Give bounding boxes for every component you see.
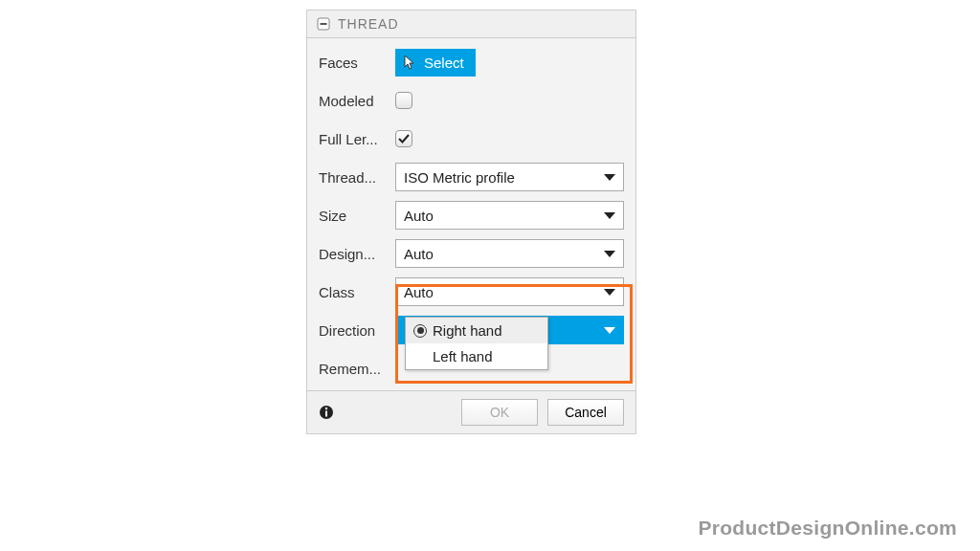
option-label: Left hand — [433, 348, 493, 364]
ok-button[interactable]: OK — [461, 399, 538, 426]
chevron-down-icon — [604, 174, 615, 181]
modeled-checkbox[interactable] — [395, 92, 412, 109]
faces-select-button[interactable]: Select — [395, 49, 476, 77]
panel-footer: OK Cancel — [307, 390, 635, 433]
class-value: Auto — [404, 284, 434, 300]
svg-point-4 — [325, 408, 327, 409]
radio-unselected-icon — [413, 350, 427, 364]
label-direction: Direction — [319, 322, 395, 339]
row-modeled: Modeled — [319, 86, 624, 115]
chevron-down-icon — [604, 289, 615, 296]
label-modeled: Modeled — [319, 93, 395, 109]
faces-select-label: Select — [424, 55, 464, 71]
chevron-down-icon — [604, 251, 615, 257]
thread-panel: THREAD Faces Select Modeled Full Ler... — [306, 10, 636, 434]
thread-type-dropdown[interactable]: ISO Metric profile — [395, 163, 624, 191]
size-value: Auto — [404, 208, 434, 224]
row-faces: Faces Select — [319, 48, 624, 77]
panel-header[interactable]: THREAD — [307, 11, 635, 38]
panel-title: THREAD — [338, 16, 399, 32]
row-thread-type: Thread... ISO Metric profile — [319, 163, 624, 191]
label-faces: Faces — [319, 55, 395, 71]
designation-dropdown[interactable]: Auto — [395, 239, 624, 268]
chevron-down-icon — [604, 327, 615, 334]
size-dropdown[interactable]: Auto — [395, 201, 624, 230]
watermark: ProductDesignOnline.com — [698, 517, 957, 540]
row-designation: Design... Auto — [319, 239, 624, 268]
direction-option-right-hand[interactable]: Right hand — [406, 318, 547, 343]
label-full-length: Full Ler... — [319, 131, 395, 147]
cancel-button[interactable]: Cancel — [547, 399, 624, 426]
designation-value: Auto — [404, 246, 434, 262]
chevron-down-icon — [604, 212, 615, 219]
direction-options-popup: Right hand Left hand — [405, 317, 548, 370]
option-label: Right hand — [433, 322, 502, 339]
label-remember: Remem... — [319, 361, 395, 377]
label-size: Size — [319, 208, 395, 224]
row-class: Class Auto — [319, 277, 624, 306]
direction-option-left-hand[interactable]: Left hand — [406, 343, 547, 369]
class-dropdown[interactable]: Auto — [395, 277, 624, 306]
collapse-icon — [317, 17, 330, 31]
label-class: Class — [319, 284, 395, 300]
row-full-length: Full Ler... — [319, 124, 624, 153]
svg-rect-1 — [321, 23, 327, 25]
radio-selected-icon — [413, 324, 427, 338]
info-icon[interactable] — [319, 405, 334, 420]
label-thread-type: Thread... — [319, 169, 395, 186]
cursor-icon — [403, 55, 418, 70]
thread-type-value: ISO Metric profile — [404, 169, 515, 186]
full-length-checkbox[interactable] — [395, 130, 412, 147]
label-designation: Design... — [319, 246, 395, 262]
row-size: Size Auto — [319, 201, 624, 230]
svg-rect-3 — [325, 411, 327, 417]
